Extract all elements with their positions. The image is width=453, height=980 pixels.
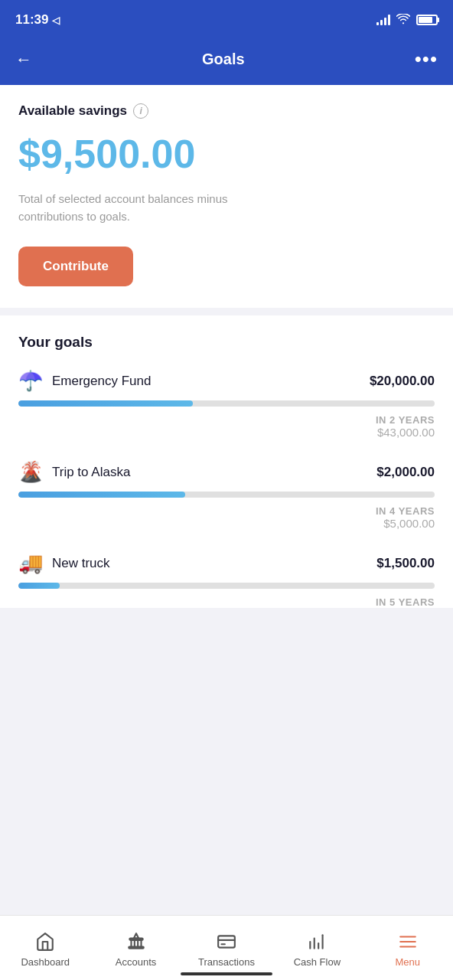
goal-name-group: 🚚 New truck <box>18 551 110 575</box>
goals-section-title: Your goals <box>18 334 435 351</box>
bottom-navigation: Dashboard Accounts Transactions <box>0 915 453 980</box>
nav-item-accounts[interactable]: Accounts <box>106 931 167 968</box>
accounts-icon <box>125 931 148 952</box>
info-icon: i <box>133 103 148 119</box>
goal-row: ☂️ Emergency Fund $20,000.00 <box>18 369 435 393</box>
section-divider <box>0 308 453 315</box>
goals-section: Your goals ☂️ Emergency Fund $20,000.00 … <box>0 315 453 608</box>
nav-item-transactions[interactable]: Transactions <box>196 931 257 968</box>
goal-item[interactable]: 🚚 New truck $1,500.00 IN 5 YEARS <box>18 551 435 608</box>
nav-label-dashboard: Dashboard <box>21 956 70 968</box>
goal-progress-fill <box>18 492 185 498</box>
available-savings-label: Available savings i <box>18 103 435 119</box>
goal-amount: $2,000.00 <box>376 465 435 480</box>
goal-progress-track <box>18 492 435 498</box>
goal-timeline: IN 2 YEARS <box>18 414 435 426</box>
goal-target: $5,000.00 <box>18 517 435 530</box>
goal-row: 🚚 New truck $1,500.00 <box>18 551 435 575</box>
goal-item[interactable]: 🌋 Trip to Alaska $2,000.00 IN 4 YEARS $5… <box>18 460 435 530</box>
goal-name: Trip to Alaska <box>52 465 130 480</box>
goal-amount: $1,500.00 <box>376 556 435 571</box>
wifi-icon <box>396 14 410 27</box>
goals-list: ☂️ Emergency Fund $20,000.00 IN 2 YEARS … <box>18 369 435 608</box>
goal-meta: IN 4 YEARS $5,000.00 <box>18 505 435 530</box>
goal-meta: IN 5 YEARS <box>18 596 435 608</box>
page-header: ← Goals ••• <box>0 38 453 85</box>
back-button[interactable]: ← <box>15 50 32 70</box>
page-title: Goals <box>202 51 245 68</box>
goal-progress-fill <box>18 400 193 407</box>
transactions-icon <box>215 931 238 952</box>
status-icons <box>376 14 438 27</box>
dashboard-icon <box>34 931 57 952</box>
goal-emoji: ☂️ <box>18 369 43 393</box>
contribute-button[interactable]: Contribute <box>18 247 133 286</box>
nav-label-cashflow: Cash Flow <box>294 956 341 968</box>
cashflow-icon <box>305 931 328 952</box>
goal-name-group: ☂️ Emergency Fund <box>18 369 151 393</box>
savings-description: Total of selected account balances minus… <box>18 191 279 225</box>
goal-progress-track <box>18 583 435 589</box>
goal-name-group: 🌋 Trip to Alaska <box>18 460 130 484</box>
home-indicator <box>181 972 272 975</box>
svg-rect-2 <box>218 936 235 947</box>
nav-item-menu[interactable]: Menu <box>377 931 438 968</box>
nav-label-menu: Menu <box>395 956 420 968</box>
goal-emoji: 🌋 <box>18 460 43 484</box>
goal-row: 🌋 Trip to Alaska $2,000.00 <box>18 460 435 484</box>
goal-meta: IN 2 YEARS $43,000.00 <box>18 414 435 439</box>
nav-item-dashboard[interactable]: Dashboard <box>15 931 76 968</box>
signal-icon <box>376 15 390 25</box>
battery-icon <box>416 15 438 25</box>
location-icon: ◁ <box>52 15 60 26</box>
status-time: 11:39 ◁ <box>15 12 60 28</box>
savings-amount: $9,500.00 <box>18 131 435 177</box>
menu-icon <box>396 931 419 952</box>
savings-section: Available savings i $9,500.00 Total of s… <box>0 85 453 308</box>
goal-timeline: IN 5 YEARS <box>18 596 435 608</box>
nav-label-accounts: Accounts <box>116 956 156 968</box>
goal-progress-fill <box>18 583 60 589</box>
nav-label-transactions: Transactions <box>198 956 255 968</box>
goal-name: Emergency Fund <box>52 374 151 389</box>
goal-item[interactable]: ☂️ Emergency Fund $20,000.00 IN 2 YEARS … <box>18 369 435 439</box>
more-options-button[interactable]: ••• <box>415 47 438 71</box>
goal-timeline: IN 4 YEARS <box>18 505 435 517</box>
goal-emoji: 🚚 <box>18 551 43 575</box>
goal-amount: $20,000.00 <box>370 374 435 389</box>
goal-progress-track <box>18 400 435 407</box>
goal-target: $43,000.00 <box>18 426 435 439</box>
nav-item-cashflow[interactable]: Cash Flow <box>286 931 347 968</box>
goal-name: New truck <box>52 556 110 571</box>
status-bar: 11:39 ◁ <box>0 0 453 38</box>
svg-rect-1 <box>129 947 144 949</box>
